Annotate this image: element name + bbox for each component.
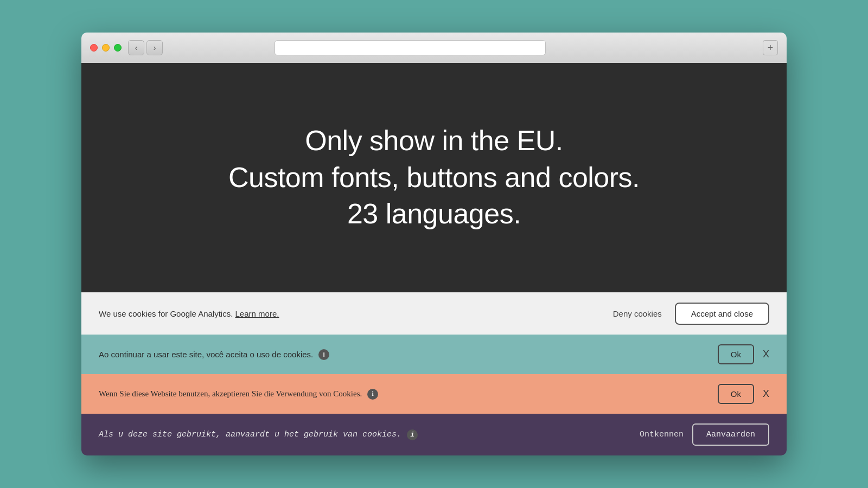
maximize-button[interactable]	[114, 44, 122, 52]
back-button[interactable]: ‹	[128, 40, 144, 55]
browser-chrome: ‹ › +	[81, 33, 787, 63]
accept-and-close-button[interactable]: Accept and close	[675, 303, 769, 325]
info-icon-2[interactable]: i	[318, 349, 329, 360]
cookie-text-4: Als u deze site gebruikt, aanvaardt u he…	[99, 429, 418, 440]
traffic-lights	[90, 44, 122, 52]
ok-button-2[interactable]: Ok	[718, 344, 754, 364]
cookie-actions-1: Deny cookies Accept and close	[613, 303, 769, 325]
nav-buttons: ‹ ›	[128, 40, 163, 55]
forward-button[interactable]: ›	[146, 40, 163, 55]
cookie-banner-4: Als u deze site gebruikt, aanvaardt u he…	[81, 414, 787, 455]
page-content: Only show in the EU. Custom fonts, butto…	[81, 63, 787, 455]
address-bar[interactable]	[275, 40, 546, 55]
learn-more-link[interactable]: Learn more.	[235, 309, 279, 318]
cookie-text-2: Ao continuar a usar este site, você acei…	[99, 349, 329, 360]
ok-button-3[interactable]: Ok	[718, 384, 754, 404]
deny-cookies-button[interactable]: Deny cookies	[613, 309, 662, 318]
minimize-button[interactable]	[102, 44, 110, 52]
cookie-actions-2: Ok X	[718, 344, 769, 364]
close-banner-2-button[interactable]: X	[763, 349, 769, 360]
cookie-text-3: Wenn Sie diese Website benutzen, akzepti…	[99, 389, 378, 400]
cookie-banner-1: We use cookies for Google Analytics. Lea…	[81, 292, 787, 335]
aanvaarden-button[interactable]: Aanvaarden	[692, 423, 769, 446]
cookie-text-1: We use cookies for Google Analytics. Lea…	[99, 309, 279, 318]
new-tab-button[interactable]: +	[763, 40, 778, 55]
hero-heading: Only show in the EU. Custom fonts, butto…	[228, 123, 640, 233]
hero-section: Only show in the EU. Custom fonts, butto…	[81, 63, 787, 292]
browser-window: ‹ › + Only show in the EU. Custom fonts,…	[81, 33, 787, 455]
ontkennen-button[interactable]: Ontkennen	[640, 430, 684, 439]
cookie-banner-3: Wenn Sie diese Website benutzen, akzepti…	[81, 374, 787, 414]
hero-text: Only show in the EU. Custom fonts, butto…	[228, 123, 640, 233]
close-banner-3-button[interactable]: X	[763, 388, 769, 400]
close-button[interactable]	[90, 44, 98, 52]
cookie-actions-4: Ontkennen Aanvaarden	[640, 423, 769, 446]
info-icon-4[interactable]: i	[407, 429, 418, 440]
info-icon-3[interactable]: i	[367, 389, 378, 400]
cookie-banner-2: Ao continuar a usar este site, você acei…	[81, 335, 787, 374]
cookie-actions-3: Ok X	[718, 384, 769, 404]
